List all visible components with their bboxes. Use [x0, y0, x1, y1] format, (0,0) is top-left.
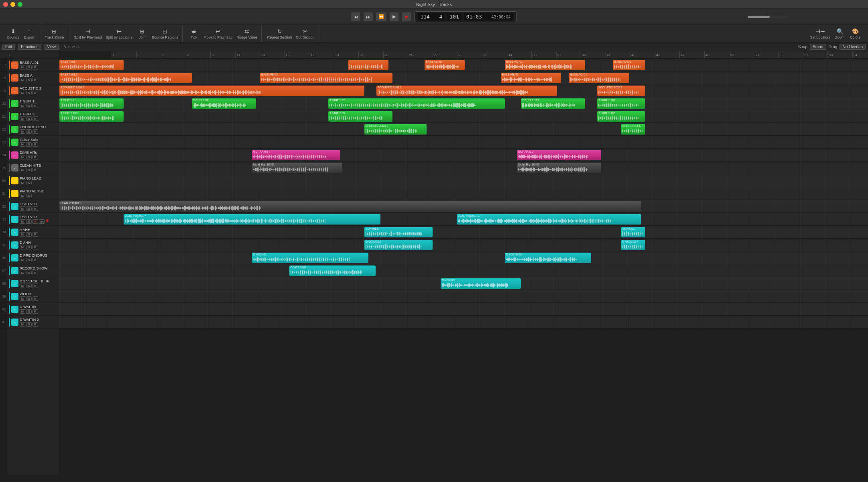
track-icon[interactable]: ♪ — [11, 293, 18, 300]
track-icon[interactable]: ♪ — [11, 87, 18, 94]
track-zoom-button[interactable]: ⊞ Track Zoom — [43, 27, 66, 40]
track-row[interactable] — [59, 174, 868, 187]
split-locators-button[interactable]: ⊢ Split by Locators — [104, 27, 134, 40]
track-row[interactable]: T GUIT 2.168T GUIT 2.85T GUIT 2.165 — [59, 110, 868, 123]
track-s-button[interactable]: S — [26, 65, 32, 69]
region[interactable]: T GUIT 1.87 — [192, 98, 256, 109]
track-icon[interactable]: ♪ — [11, 280, 18, 287]
tick-button[interactable]: ◂▸ Tick — [187, 27, 201, 40]
region[interactable]: T GUIT 1.87 — [328, 98, 505, 109]
track-icon[interactable]: ♪ — [11, 139, 18, 146]
track-m-button[interactable]: M — [20, 219, 25, 224]
region[interactable]: ACOUSTIC 2#02.2 — [597, 86, 645, 96]
track-r-button[interactable]: R — [33, 116, 38, 121]
track-row[interactable]: ACOUSTIC 2#02.2ACOUSTIC 2#02.2ACOUSTIC 2… — [59, 84, 868, 97]
track-r-button[interactable]: R — [33, 322, 38, 327]
track-icon[interactable]: ♪ — [11, 190, 18, 197]
track-row[interactable]: VOX#01.8VOX#01.7 — [59, 226, 868, 239]
track-s-button[interactable]: S — [26, 296, 32, 301]
region[interactable]: BASS A#01 — [59, 60, 124, 70]
track-m-button[interactable]: M — [20, 129, 25, 134]
track-m-button[interactable]: M — [20, 206, 25, 211]
track-r-button[interactable]: R — [33, 129, 38, 134]
cut-section-button[interactable]: ✂ Cut Section — [294, 27, 316, 40]
track-m-button[interactable]: M — [20, 258, 25, 262]
track-rec-button[interactable]: rec — [39, 219, 45, 224]
minimize-button[interactable] — [10, 2, 15, 7]
bounce-regions-button[interactable]: ⊡ Bounce Regions — [150, 27, 180, 40]
track-m-button[interactable]: M — [20, 155, 25, 159]
region[interactable]: D VOX#03 — [441, 278, 521, 289]
track-m-button[interactable]: M — [20, 232, 25, 237]
region[interactable]: GUITAR#10 — [517, 150, 601, 160]
region[interactable]: LEAD VOX#03.17 — [457, 214, 641, 225]
track-row[interactable] — [59, 136, 868, 149]
track-row[interactable] — [59, 290, 868, 303]
track-m-button[interactable]: M — [20, 194, 25, 198]
track-s-button[interactable]: S — [26, 168, 32, 172]
region[interactable]: D VOX 2#01 — [289, 266, 376, 276]
region[interactable]: T GUIT 1.167 — [521, 98, 585, 109]
track-r-button[interactable]: R — [33, 232, 38, 237]
colors-button[interactable]: 🎨 Colors — [848, 27, 862, 40]
maximize-button[interactable] — [18, 2, 22, 7]
region[interactable]: BASS AC#01 — [569, 73, 629, 83]
track-icon[interactable]: ♪ — [11, 164, 18, 172]
track-icon[interactable]: ♪ — [11, 61, 18, 69]
close-button[interactable] — [3, 2, 8, 7]
track-m-button[interactable]: M — [20, 104, 25, 108]
track-icon[interactable]: ♪ — [11, 177, 18, 184]
track-row[interactable]: LEAD VOX#03.7LEAD VOX#03.17 — [59, 213, 868, 226]
region[interactable]: ACOUSTIC 2#02.2 — [376, 86, 557, 96]
track-r-button[interactable]: R — [33, 91, 38, 95]
region[interactable]: LEAD VOX#03.7 — [124, 214, 380, 225]
region[interactable]: CHORUS LEAD.3 — [364, 124, 427, 135]
track-m-button[interactable]: M — [20, 322, 25, 327]
bounce-button[interactable]: ⬇ Bounce — [6, 27, 21, 40]
region[interactable]: LEAD VOX#01.1 — [59, 201, 641, 212]
track-r-button[interactable]: R — [33, 219, 38, 224]
track-row[interactable]: Night Sky_10#01Night Sky_10#02 — [59, 161, 868, 174]
region[interactable]: D VOX 2#02 — [505, 253, 591, 263]
track-row[interactable]: D VOX 2#01 — [59, 264, 868, 277]
back-button[interactable]: ⏪ — [376, 12, 386, 21]
edit-menu-button[interactable]: Edit — [2, 44, 15, 50]
region[interactable]: GUITAR#08 — [252, 150, 340, 160]
track-s-button[interactable]: S — [26, 181, 32, 185]
track-row[interactable]: BASS A#01BASS AB#02BASS AC#01BASS AD#01 — [59, 59, 868, 71]
track-icon[interactable]: ♪ — [11, 100, 18, 107]
repeat-section-button[interactable]: ↻ Repeat Section — [266, 27, 294, 40]
record-button[interactable]: ⏺ — [402, 12, 411, 21]
play-button[interactable]: ▶ — [390, 12, 398, 21]
region[interactable]: VOX#01.7 — [621, 227, 645, 237]
track-r-button[interactable]: R — [33, 258, 38, 262]
track-row[interactable]: CHORUS LEAD.3CHORUS LEA — [59, 123, 868, 136]
join-button[interactable]: ⊞ Join — [135, 27, 149, 40]
track-r-button[interactable]: R — [33, 271, 38, 275]
track-m-button[interactable]: M — [20, 142, 25, 147]
region[interactable]: ACOUSTIC 2#02.2 — [59, 86, 364, 96]
track-m-button[interactable]: M — [20, 116, 25, 121]
track-m-button[interactable]: M — [20, 284, 25, 288]
track-r-button[interactable]: R — [33, 206, 38, 211]
track-s-button[interactable]: S — [26, 271, 32, 275]
region[interactable]: T GUIT 1.167 — [597, 98, 645, 109]
functions-menu-button[interactable]: Functions — [18, 44, 41, 50]
track-s-button[interactable]: S — [26, 219, 32, 224]
track-m-button[interactable]: M — [20, 65, 25, 69]
view-menu-button[interactable]: View — [45, 44, 59, 50]
track-row[interactable]: D VOX#03 — [59, 277, 868, 290]
track-icon[interactable]: ♪ — [11, 74, 18, 82]
snap-value-button[interactable]: Smart — [810, 44, 826, 50]
track-r-button[interactable]: R — [33, 284, 38, 288]
track-icon[interactable]: ♪ — [11, 267, 18, 274]
track-m-button[interactable]: M — [20, 168, 25, 172]
track-s-button[interactable]: S — [26, 155, 32, 159]
track-icon[interactable]: ♪ — [11, 216, 18, 223]
track-icon[interactable]: ♪ — [11, 203, 18, 210]
track-icon[interactable]: ♪ — [11, 254, 18, 261]
region[interactable]: CHORUS LEA — [621, 124, 645, 135]
track-r-button[interactable]: R — [33, 309, 38, 314]
drag-value-button[interactable]: No Overlap — [840, 44, 866, 50]
track-s-button[interactable]: S — [26, 309, 32, 314]
